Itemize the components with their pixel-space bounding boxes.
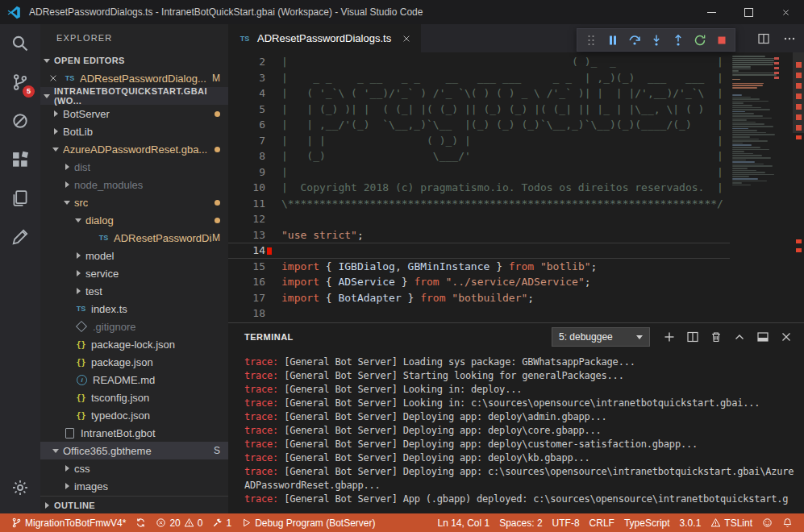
tree-item[interactable]: BotServer: [40, 105, 228, 123]
tab-adresetpassworddialogs[interactable]: TS ADResetPasswordDialogs.ts: [228, 24, 421, 52]
code-line[interactable]: 8| (_) \___/' |: [228, 148, 730, 164]
code-line[interactable]: 7| | | ( )_) | |: [228, 133, 730, 149]
code-line[interactable]: 14: [228, 243, 730, 259]
code-line[interactable]: 3| _ _ _ __ _ _ __ ___ ___ _ _ | ,_)(_) …: [228, 70, 730, 86]
minimize-button[interactable]: [693, 0, 730, 24]
encoding-status[interactable]: UTF-8: [548, 513, 585, 532]
terminal-tab[interactable]: TERMINAL: [244, 332, 294, 342]
chevron-up-button[interactable]: [733, 330, 746, 343]
tree-item[interactable]: .gitignore: [40, 318, 228, 335]
code-line[interactable]: 11\*************************************…: [228, 196, 730, 212]
tree-item[interactable]: css: [40, 459, 228, 477]
code-line[interactable]: 10| Copyright 2018 (c) pragmatismo.io. T…: [228, 180, 730, 196]
notifications-button[interactable]: [777, 513, 798, 532]
line-number[interactable]: 18: [228, 305, 281, 322]
code-line[interactable]: 17import { BotAdapter } from "botbuilder…: [228, 290, 730, 306]
language-status[interactable]: TypeScript: [619, 513, 675, 532]
tree-item[interactable]: TSADResetPasswordDial...M: [40, 229, 228, 247]
code-line[interactable]: 2| ( )_ _ |: [228, 54, 730, 70]
close-window-button[interactable]: [767, 0, 804, 24]
tree-item[interactable]: {}tsconfig.json: [40, 389, 228, 406]
activity-search-button[interactable]: [0, 24, 40, 63]
panel-toggle-button[interactable]: [756, 330, 769, 343]
add-button[interactable]: [663, 330, 676, 343]
code-line[interactable]: 6| | ,__/'(_) `\__,_)`\__ |(_) (_) (_)`\…: [228, 117, 730, 133]
activity-settings-button[interactable]: [0, 468, 40, 507]
line-number[interactable]: 15: [228, 259, 281, 275]
code-line[interactable]: 13"use strict";: [228, 227, 730, 243]
line-number[interactable]: 13: [228, 227, 281, 243]
activity-documents-button[interactable]: [0, 179, 40, 218]
line-number[interactable]: 6: [228, 117, 281, 133]
code-line[interactable]: 15import { IGBDialog, GBMinInstance } fr…: [228, 259, 730, 275]
cursor-position[interactable]: Ln 14, Col 1: [432, 513, 494, 532]
code-editor[interactable]: 2| ( )_ _ |3| _ _ _ __ _ _ __ ___ ___ _ …: [228, 52, 804, 322]
minimap[interactable]: [730, 52, 780, 322]
tree-item[interactable]: AzureADPasswordReset.gba...: [40, 140, 228, 158]
line-number[interactable]: 7: [228, 133, 281, 149]
activity-source-control-button[interactable]: 5: [0, 63, 40, 102]
restart-button[interactable]: [689, 30, 710, 50]
line-number[interactable]: 4: [228, 85, 281, 102]
tree-item[interactable]: images: [40, 477, 228, 495]
terminal-output[interactable]: trace: [General Bot Server] Loading sys …: [244, 351, 794, 513]
problems-status[interactable]: 20 0: [151, 513, 207, 532]
tree-item[interactable]: BotLib: [40, 123, 228, 140]
step-over-button[interactable]: [623, 30, 645, 50]
tree-item[interactable]: dist: [40, 158, 228, 176]
sync-button[interactable]: [131, 513, 151, 532]
indentation-status[interactable]: Spaces: 2: [494, 513, 547, 532]
line-number[interactable]: 12: [228, 211, 281, 227]
line-number[interactable]: 8: [228, 148, 281, 164]
tree-item[interactable]: model: [40, 247, 228, 264]
ts-version-status[interactable]: 3.0.1: [675, 513, 706, 532]
eol-status[interactable]: CRLF: [585, 513, 619, 532]
step-out-button[interactable]: [667, 30, 689, 50]
tree-item[interactable]: iREADME.md: [40, 371, 228, 389]
code-line[interactable]: 4| ( '_`\ ( '__)/'_` ) /'_ `\( ) ( ) _ \…: [228, 85, 730, 102]
open-editors-header[interactable]: OPEN EDITORS: [40, 52, 228, 69]
code-line[interactable]: 12: [228, 211, 730, 227]
tree-item[interactable]: TSindex.ts: [40, 300, 228, 318]
activity-debug-button[interactable]: [0, 102, 40, 140]
feedback-button[interactable]: [757, 513, 777, 532]
tree-item[interactable]: IntranetBot.gbot: [40, 424, 228, 442]
step-into-button[interactable]: [645, 30, 667, 50]
more-button[interactable]: [783, 32, 796, 45]
code-line[interactable]: 18: [228, 305, 730, 322]
close-button[interactable]: [780, 330, 793, 343]
line-number[interactable]: 9: [228, 164, 281, 181]
tslint-status[interactable]: TSLint: [706, 513, 757, 532]
tree-item[interactable]: service: [40, 264, 228, 282]
workspace-header[interactable]: INTRANETBOTQUICKSTART.GBAI (WO...: [40, 87, 228, 105]
activity-extensions-button[interactable]: [0, 140, 40, 179]
line-number[interactable]: 16: [228, 274, 281, 290]
activity-edit-button[interactable]: [0, 218, 40, 256]
line-number[interactable]: 11: [228, 196, 281, 212]
tree-item[interactable]: Office365.gbthemeS: [40, 442, 228, 459]
split-terminal-button[interactable]: [686, 330, 699, 343]
tree-item[interactable]: node_modules: [40, 176, 228, 193]
line-number[interactable]: 2: [228, 54, 281, 70]
code-line[interactable]: 9| |: [228, 164, 730, 181]
stop-button[interactable]: [710, 30, 732, 50]
gripper-button[interactable]: [580, 30, 602, 50]
line-number[interactable]: 5: [228, 102, 281, 118]
tree-item[interactable]: test: [40, 282, 228, 300]
line-number[interactable]: 14: [228, 243, 281, 258]
tree-item[interactable]: dialog: [40, 211, 228, 229]
git-branch-status[interactable]: MigrationToBotFmwV4*: [6, 513, 131, 532]
tab-close-icon[interactable]: [402, 34, 411, 44]
tree-item[interactable]: {}package.json: [40, 353, 228, 371]
tree-item[interactable]: {}typedoc.json: [40, 406, 228, 424]
line-number[interactable]: 3: [228, 70, 281, 86]
close-editor-icon[interactable]: [48, 73, 58, 83]
pause-button[interactable]: [602, 30, 623, 50]
split-editor-button[interactable]: [757, 32, 770, 45]
code-line[interactable]: 16import { ADService } from "../service/…: [228, 274, 730, 290]
tree-item[interactable]: {}package-lock.json: [40, 335, 228, 353]
terminal-selector[interactable]: 5: debuggee: [552, 327, 650, 347]
task-status[interactable]: 1: [207, 513, 236, 532]
line-number[interactable]: 17: [228, 290, 281, 306]
trash-button[interactable]: [710, 330, 723, 343]
